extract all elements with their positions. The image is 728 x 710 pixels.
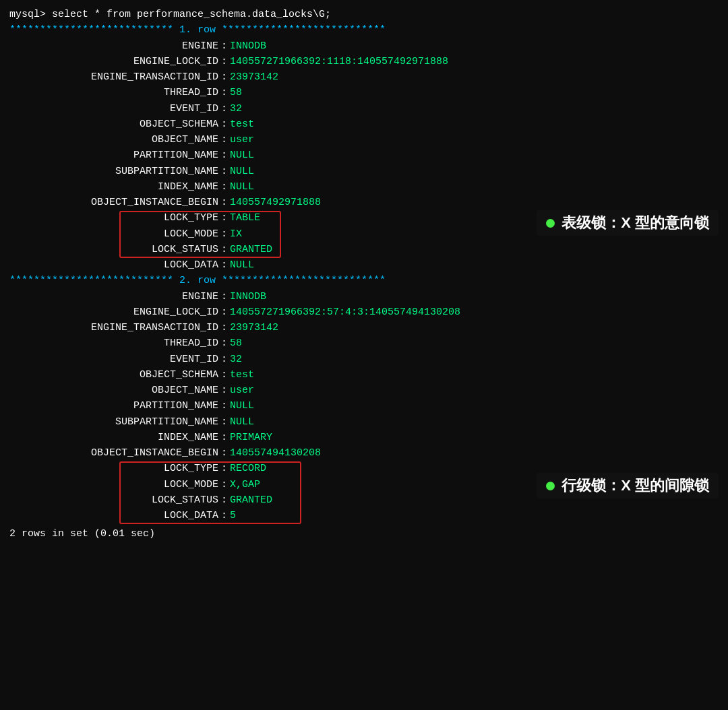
- green-dot-1: [546, 219, 555, 228]
- row2-object-schema: OBJECT_SCHEMA : test: [9, 367, 719, 383]
- row2-lock-data: LOCK_DATA : 5: [9, 508, 719, 523]
- row1-object-instance-begin: OBJECT_INSTANCE_BEGIN : 140557492971888: [9, 195, 719, 210]
- row2-subpartition-name: SUBPARTITION_NAME : NULL: [9, 414, 719, 430]
- prompt-text: mysql> select * from performance_schema.…: [9, 7, 331, 22]
- row2-index-name: INDEX_NAME : PRIMARY: [9, 430, 719, 445]
- highlight-block-1: LOCK_TYPE : TABLE LOCK_MODE : IX LOCK_ST…: [9, 210, 719, 257]
- row1-lock-data: LOCK_DATA : NULL: [9, 257, 719, 273]
- row1-separator: *************************** 1. row *****…: [9, 22, 719, 38]
- annotation-bubble-2: 行级锁：X 型的间隙锁: [537, 473, 719, 498]
- row1-partition-name: PARTITION_NAME : NULL: [9, 148, 719, 163]
- row2-engine-transaction-id: ENGINE_TRANSACTION_ID : 23973142: [9, 320, 719, 335]
- annotation-text-1: 表级锁：X 型的意向锁: [562, 213, 709, 233]
- green-dot-2: [546, 482, 555, 490]
- annotation-text-2: 行级锁：X 型的间隙锁: [562, 476, 709, 496]
- row1-index-name: INDEX_NAME : NULL: [9, 179, 719, 195]
- row1-thread-id: THREAD_ID : 58: [9, 85, 719, 100]
- row1-engine-lock-id: ENGINE_LOCK_ID : 140557271966392:1118:14…: [9, 54, 719, 69]
- row1-engine: ENGINE : INNODB: [9, 38, 719, 54]
- row2-partition-name: PARTITION_NAME : NULL: [9, 398, 719, 414]
- row1-engine-transaction-id: ENGINE_TRANSACTION_ID : 23973142: [9, 69, 719, 85]
- row1-object-name: OBJECT_NAME : user: [9, 132, 719, 148]
- row1-lock-status: LOCK_STATUS : GRANTED: [9, 242, 719, 257]
- row2-thread-id: THREAD_ID : 58: [9, 335, 719, 351]
- row2-engine-lock-id: ENGINE_LOCK_ID : 140557271966392:57:4:3:…: [9, 304, 719, 320]
- row2-object-instance-begin: OBJECT_INSTANCE_BEGIN : 140557494130208: [9, 445, 719, 461]
- results-line: 2 rows in set (0.01 sec): [9, 526, 719, 542]
- row2-engine: ENGINE : INNODB: [9, 289, 719, 304]
- annotation-bubble-1: 表级锁：X 型的意向锁: [537, 210, 719, 236]
- row2-separator: *************************** 2. row *****…: [9, 273, 719, 288]
- row2-object-name: OBJECT_NAME : user: [9, 383, 719, 398]
- row1-subpartition-name: SUBPARTITION_NAME : NULL: [9, 164, 719, 179]
- highlight-block-2: LOCK_TYPE : RECORD LOCK_MODE : X,GAP LOC…: [9, 461, 719, 523]
- terminal-window: mysql> select * from performance_schema.…: [9, 7, 719, 542]
- row1-event-id: EVENT_ID : 32: [9, 101, 719, 117]
- prompt-line: mysql> select * from performance_schema.…: [9, 7, 719, 22]
- row1-object-schema: OBJECT_SCHEMA : test: [9, 117, 719, 132]
- row2-event-id: EVENT_ID : 32: [9, 352, 719, 367]
